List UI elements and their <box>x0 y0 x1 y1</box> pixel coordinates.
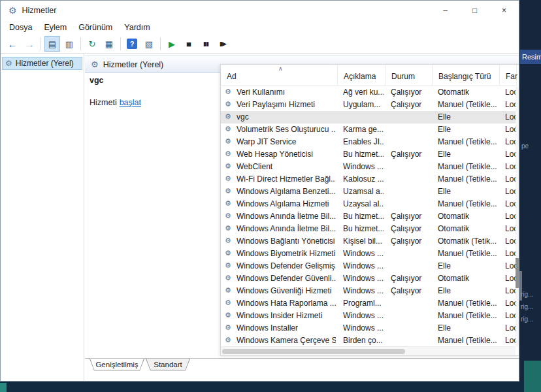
service-row[interactable]: ⚙vgcElleLoc... <box>221 111 516 123</box>
cell-desc: Uygulam... <box>343 100 384 109</box>
service-row[interactable]: ⚙Windows Kamera Çerçeve S...Birden ço...… <box>221 335 516 346</box>
minimize-button[interactable]: – <box>431 1 460 20</box>
pause-service-icon[interactable]: ▮▮ <box>198 36 214 52</box>
help-icon[interactable]: ? <box>124 36 140 52</box>
service-row[interactable]: ⚙Windows Güvenliği HizmetiWindows ...Çal… <box>221 285 516 297</box>
column-header-durum[interactable]: Durum <box>385 65 433 86</box>
service-row[interactable]: ⚙Veri KullanımıAğ veri ku...ÇalışıyorOto… <box>221 86 516 99</box>
cell-name: Veri Kullanımı <box>237 88 336 97</box>
service-row[interactable]: ⚙Warp JIT ServiceEnables JI...Manuel (Te… <box>221 136 516 148</box>
cell-startup: Elle <box>438 112 500 122</box>
service-row[interactable]: ⚙WebClientWindows ...Manuel (Tetikle...L… <box>221 161 516 173</box>
column-header-farkli[interactable]: Far <box>500 65 517 86</box>
list-header: Ad∧AçıklamaDurumBaşlangıç TürüFar <box>221 65 516 86</box>
services-app-icon: ⚙ <box>8 5 17 16</box>
pause-service-icon-glyph: ▮▮ <box>203 41 208 47</box>
back-icon[interactable]: ← <box>5 36 20 52</box>
background-resim-fragment: Resim <box>520 50 541 64</box>
extended-view-icon-glyph: ▧ <box>145 40 153 48</box>
properties-icon[interactable]: ▥ <box>61 36 77 52</box>
horizontal-scrollbar-thumb[interactable] <box>222 349 405 354</box>
service-row[interactable]: ⚙Windows Anında İletme Bil...Bu hizmet..… <box>221 223 516 235</box>
tree-item-services-local[interactable]: ⚙ Hizmetler (Yerel) <box>2 57 82 70</box>
service-row[interactable]: ⚙Web Hesap YöneticisiBu hizmet...Çalışıy… <box>221 148 516 161</box>
cell-desc: Birden ço... <box>343 336 384 345</box>
column-label: Ad <box>227 72 237 81</box>
cell-name: Windows Defender Gelişmiş... <box>237 261 336 270</box>
menu-item-yardim[interactable]: Yardım <box>118 22 156 33</box>
service-row[interactable]: ⚙Windows Hata Raporlama ...Programl...Ma… <box>221 297 516 310</box>
menu-item-dosya[interactable]: Dosya <box>3 22 38 33</box>
tab-standart[interactable]: Standart <box>146 359 190 370</box>
service-row[interactable]: ⚙Windows Anında İletme Bil...Bu hizmet..… <box>221 210 516 223</box>
forward-icon[interactable]: → <box>22 36 37 52</box>
column-label: Başlangıç Türü <box>438 72 491 81</box>
column-label: Durum <box>391 72 415 81</box>
cell-desc: Bu hizmet... <box>343 212 384 221</box>
menu-item-eylem[interactable]: Eylem <box>38 22 73 33</box>
service-gear-icon: ⚙ <box>225 88 231 96</box>
cell-status: Çalışıyor <box>391 274 431 283</box>
service-row[interactable]: ⚙Windows Defender Güvenli...Windows ...Ç… <box>221 272 516 285</box>
cell-status: Çalışıyor <box>391 150 431 159</box>
start-service-icon[interactable]: ▶ <box>164 36 180 52</box>
cell-startup: Manuel (Tetikle... <box>438 249 500 258</box>
show-console-tree-icon[interactable]: ▤ <box>44 36 60 52</box>
restart-service-icon[interactable]: ▮▶ <box>215 36 231 52</box>
service-gear-icon: ⚙ <box>225 125 231 133</box>
cell-logon: Loc... <box>505 299 516 308</box>
background-bottom-strip <box>0 382 541 392</box>
service-row[interactable]: ⚙Windows Defender Gelişmiş...Windows ...… <box>221 260 516 272</box>
horizontal-scrollbar[interactable] <box>221 346 516 355</box>
cell-startup: Manuel (Tetikle... <box>438 311 500 320</box>
show-console-tree-icon-glyph: ▤ <box>48 40 56 48</box>
vertical-scrollbar-thumb[interactable] <box>516 258 519 288</box>
service-row[interactable]: ⚙Windows Insider HizmetiWindows ...Manue… <box>221 310 516 322</box>
service-row[interactable]: ⚙Windows Biyometrik HizmetiWindows ...Ma… <box>221 248 516 260</box>
service-row[interactable]: ⚙Windows Bağlantı YöneticisiKişisel bil.… <box>221 235 516 248</box>
close-button[interactable]: × <box>489 1 519 20</box>
properties-icon-glyph: ▥ <box>65 40 73 48</box>
cell-name: Windows Algılama Benzeti... <box>237 187 336 196</box>
title-bar[interactable]: ⚙ Hizmetler – □ × <box>1 1 519 20</box>
refresh-icon[interactable]: ↻ <box>84 36 100 52</box>
menu-item-gorunum[interactable]: Görünüm <box>73 22 118 33</box>
service-row[interactable]: ⚙Windows InstallerWindows ...ElleLoc... <box>221 322 516 335</box>
cell-desc: Bu hizmet... <box>343 224 384 233</box>
toolbar-separator <box>80 37 81 50</box>
service-gear-icon: ⚙ <box>225 162 231 171</box>
tab-genisletilmis[interactable]: Genişletilmiş <box>90 359 144 370</box>
service-gear-icon: ⚙ <box>225 311 231 319</box>
service-row[interactable]: ⚙Windows Algılama HizmetiUzaysal al...Ma… <box>221 198 516 210</box>
service-gear-icon: ⚙ <box>225 174 231 183</box>
column-header-aciklama[interactable]: Açıklama <box>338 65 385 86</box>
cell-desc: Kişisel bil... <box>343 237 384 246</box>
extended-view-icon[interactable]: ▧ <box>141 36 157 52</box>
column-header-ad[interactable]: Ad∧ <box>221 65 338 86</box>
sort-ascending-icon: ∧ <box>278 65 283 72</box>
cell-desc: Windows ... <box>343 323 384 333</box>
start-service-link[interactable]: başlat <box>120 98 141 107</box>
cell-startup: Manuel (Tetikle... <box>438 100 500 109</box>
service-row[interactable]: ⚙Wi-Fi Direct Hizmetler Bağl...Kablosuz … <box>221 173 516 186</box>
service-gear-icon: ⚙ <box>225 150 231 158</box>
service-row[interactable]: ⚙Windows Algılama Benzeti...Uzamsal a...… <box>221 186 516 198</box>
maximize-button[interactable]: □ <box>460 1 489 20</box>
service-row[interactable]: ⚙Volumetrik Ses Oluşturucu ...Karma ge..… <box>221 123 516 136</box>
vertical-scrollbar[interactable] <box>516 86 519 346</box>
export-list-icon[interactable]: ▦ <box>101 36 117 52</box>
service-row[interactable]: ⚙Veri Paylaşımı HizmetiUygulam...Çalışıy… <box>221 99 516 111</box>
cell-name: Windows Anında İletme Bil... <box>237 212 336 221</box>
column-header-baslangic-turu[interactable]: Başlangıç Türü <box>433 65 500 86</box>
background-window-right: Resim pe rig... rig... rig... <box>519 0 541 392</box>
refresh-icon-glyph: ↻ <box>89 40 96 48</box>
toolbar-separator <box>160 37 161 50</box>
service-gear-icon: ⚙ <box>225 261 231 270</box>
cell-name: vgc <box>237 112 336 122</box>
cell-logon: Loc... <box>505 199 516 208</box>
stop-service-icon[interactable]: ■ <box>181 36 197 52</box>
toolbar-separator <box>120 37 121 50</box>
cell-status: Çalışıyor <box>391 88 431 97</box>
cell-name: Windows Algılama Hizmeti <box>237 199 336 208</box>
window-controls: – □ × <box>431 1 519 20</box>
